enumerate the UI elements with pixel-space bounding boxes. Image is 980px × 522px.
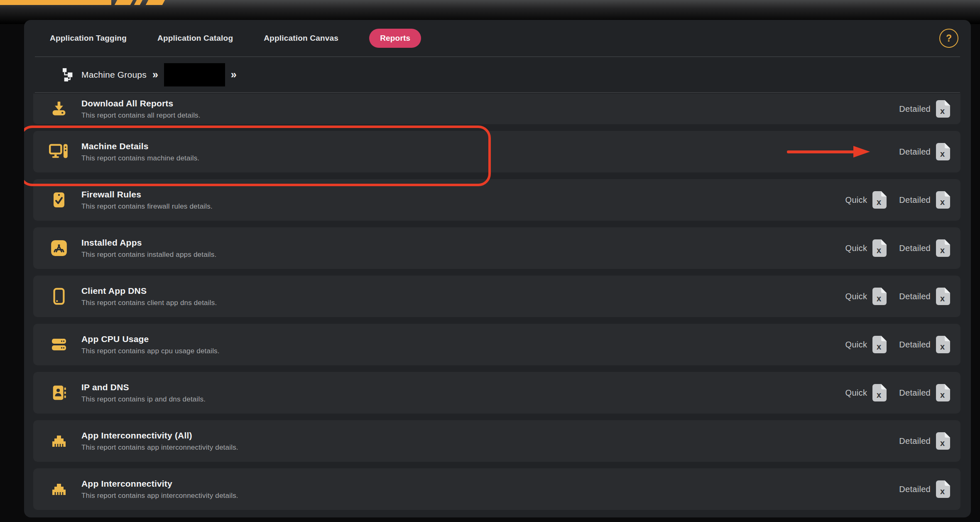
detailed-download-button[interactable]: Detailedx: [899, 100, 950, 118]
svg-text:x: x: [877, 294, 881, 303]
detailed-download-label: Detailed: [899, 195, 931, 205]
report-title: App Interconnectivity: [81, 479, 238, 489]
page: Application TaggingApplication CatalogAp…: [0, 0, 980, 522]
address-book-icon: [49, 384, 69, 401]
report-text: App CPU UsageThis report contains app cp…: [81, 334, 220, 355]
download-icon: [49, 100, 69, 118]
detailed-download-label: Detailed: [899, 388, 931, 398]
report-title: Installed Apps: [81, 238, 216, 248]
report-description: This report contains app interconnectivi…: [81, 492, 238, 500]
report-text: Download All ReportsThis report contains…: [81, 98, 201, 120]
svg-text:x: x: [877, 342, 881, 351]
excel-file-icon: x: [872, 384, 887, 401]
svg-text:x: x: [940, 487, 945, 496]
report-description: This report contains app interconnectivi…: [81, 443, 238, 452]
detailed-download-button[interactable]: Detailedx: [899, 480, 950, 498]
tab-application-catalog[interactable]: Application Catalog: [157, 34, 233, 43]
detailed-download-button[interactable]: Detailedx: [899, 384, 950, 401]
report-row-machine-details: Machine DetailsThis report contains mach…: [33, 131, 960, 172]
quick-download-label: Quick: [845, 292, 867, 301]
report-description: This report contains app cpu usage detai…: [81, 347, 220, 355]
breadcrumb-root[interactable]: Machine Groups: [81, 70, 147, 80]
annotation-red-arrow: [787, 146, 870, 158]
quick-download-button[interactable]: Quickx: [845, 288, 887, 305]
svg-text:x: x: [940, 197, 945, 207]
detailed-download-button[interactable]: Detailedx: [899, 143, 950, 160]
report-row-app-interconnectivity: App InterconnectivityThis report contain…: [33, 468, 960, 510]
report-actions: Detailedx: [899, 143, 950, 160]
excel-file-icon: x: [936, 288, 950, 305]
report-title: Download All Reports: [81, 98, 201, 108]
report-actions: QuickxDetailedx: [845, 239, 950, 257]
report-description: This report contains installed apps deta…: [81, 251, 216, 259]
reports-panel: Application TaggingApplication CatalogAp…: [24, 20, 971, 517]
excel-file-icon: x: [936, 336, 950, 353]
report-actions: Detailedx: [899, 100, 950, 118]
detailed-download-label: Detailed: [899, 104, 931, 114]
machine-groups-icon: [62, 68, 75, 81]
report-row-installed-apps: Installed AppsThis report contains insta…: [33, 227, 960, 269]
quick-download-label: Quick: [845, 388, 867, 398]
quick-download-button[interactable]: Quickx: [845, 336, 887, 353]
svg-text:x: x: [940, 149, 945, 158]
report-row-app-cpu-usage: App CPU UsageThis report contains app cp…: [33, 324, 960, 365]
report-description: This report contains ip and dns details.: [81, 395, 206, 404]
report-actions: QuickxDetailedx: [845, 288, 950, 305]
quick-download-button[interactable]: Quickx: [845, 239, 887, 257]
excel-file-icon: x: [936, 432, 950, 450]
arrow-head: [853, 146, 870, 158]
detailed-download-button[interactable]: Detailedx: [899, 432, 950, 450]
report-text: App Interconnectivity (All)This report c…: [81, 431, 238, 452]
report-description: This report contains machine details.: [81, 154, 199, 163]
svg-text:x: x: [877, 197, 881, 207]
brand-logo-stripe: [134, 0, 142, 5]
excel-file-icon: x: [872, 288, 887, 305]
report-title: IP and DNS: [81, 382, 206, 392]
report-description: This report contains firewall rules deta…: [81, 202, 213, 211]
tab-application-tagging[interactable]: Application Tagging: [50, 34, 127, 43]
tab-reports[interactable]: Reports: [369, 29, 421, 48]
tablet-icon: [49, 288, 69, 305]
report-text: Firewall RulesThis report contains firew…: [81, 190, 213, 211]
report-row-client-app-dns: Client App DNSThis report contains clien…: [33, 276, 960, 317]
server-stack-icon: [49, 336, 69, 353]
excel-file-icon: x: [872, 239, 887, 257]
quick-download-label: Quick: [845, 340, 867, 350]
report-list: Download All ReportsThis report contains…: [24, 93, 971, 517]
excel-file-icon: x: [936, 239, 950, 257]
detailed-download-button[interactable]: Detailedx: [899, 191, 950, 209]
report-row-firewall-rules: Firewall RulesThis report contains firew…: [33, 179, 960, 221]
tab-application-canvas[interactable]: Application Canvas: [264, 34, 338, 43]
report-description: This report contains client app dns deta…: [81, 299, 217, 307]
detailed-download-button[interactable]: Detailedx: [899, 288, 950, 305]
quick-download-button[interactable]: Quickx: [845, 384, 887, 401]
chevron-double-right-icon: »: [231, 69, 237, 81]
detailed-download-label: Detailed: [899, 147, 931, 157]
report-actions: QuickxDetailedx: [845, 384, 950, 401]
report-row-app-interconnectivity-all-: App Interconnectivity (All)This report c…: [33, 420, 960, 462]
svg-text:x: x: [940, 342, 945, 351]
detailed-download-label: Detailed: [899, 340, 931, 350]
machine-icon: [49, 143, 69, 161]
chevron-double-right-icon: »: [152, 69, 158, 81]
excel-file-icon: x: [936, 384, 950, 401]
report-text: App InterconnectivityThis report contain…: [81, 479, 238, 500]
report-actions: QuickxDetailedx: [845, 336, 950, 353]
quick-download-button[interactable]: Quickx: [845, 191, 887, 209]
help-button[interactable]: ?: [939, 29, 958, 48]
excel-file-icon: x: [872, 191, 887, 209]
detailed-download-button[interactable]: Detailedx: [899, 239, 950, 257]
report-title: Machine Details: [81, 141, 199, 151]
quick-download-label: Quick: [845, 244, 867, 253]
detailed-download-label: Detailed: [899, 244, 931, 253]
svg-text:x: x: [940, 438, 945, 448]
report-actions: QuickxDetailedx: [845, 191, 950, 209]
brand-logo-stripe: [146, 0, 165, 5]
svg-text:x: x: [940, 106, 945, 116]
svg-text:x: x: [940, 246, 945, 255]
tab-bar: Application TaggingApplication CatalogAp…: [24, 20, 971, 57]
quick-download-label: Quick: [845, 195, 867, 205]
clipboard-check-icon: [49, 191, 69, 209]
report-text: Client App DNSThis report contains clien…: [81, 286, 217, 307]
detailed-download-button[interactable]: Detailedx: [899, 336, 950, 353]
